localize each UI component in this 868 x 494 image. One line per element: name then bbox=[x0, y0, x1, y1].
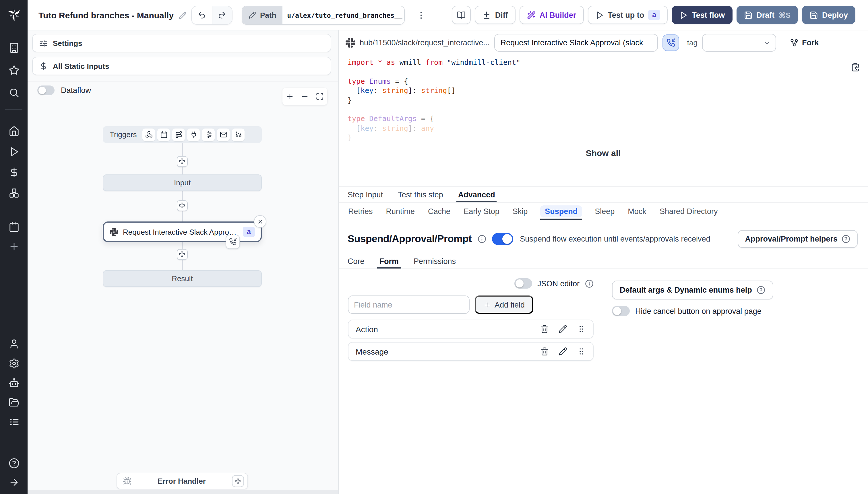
tab-form[interactable]: Form bbox=[380, 253, 399, 268]
sliders-icon bbox=[39, 39, 48, 48]
rail-item-robot[interactable] bbox=[0, 377, 27, 388]
error-handler-node[interactable]: Error Handler bbox=[116, 473, 248, 489]
tab-permissions[interactable]: Permissions bbox=[413, 253, 456, 268]
rail-item-play[interactable] bbox=[0, 146, 27, 157]
field-name-input[interactable] bbox=[348, 296, 469, 314]
star-icon bbox=[8, 64, 19, 75]
tab-core[interactable]: Core bbox=[348, 253, 365, 268]
dataflow-toggle[interactable] bbox=[37, 86, 55, 95]
kebab-icon bbox=[416, 10, 426, 20]
tab-suspend[interactable]: Suspend bbox=[540, 205, 582, 217]
trigger-websocket[interactable] bbox=[187, 128, 200, 141]
rail-item-calendar[interactable] bbox=[0, 221, 27, 232]
draft-button[interactable]: Draft⌘S bbox=[736, 6, 798, 24]
edit-field-button[interactable] bbox=[558, 325, 567, 334]
undo-button[interactable] bbox=[192, 6, 211, 24]
result-node[interactable]: Result bbox=[103, 270, 262, 287]
delete-field-button[interactable] bbox=[540, 347, 549, 356]
info-icon bbox=[585, 279, 593, 288]
tab-runtime[interactable]: Runtime bbox=[386, 205, 415, 217]
rail-item-home[interactable] bbox=[0, 125, 27, 136]
trigger-poll[interactable] bbox=[232, 128, 244, 141]
show-all-button[interactable]: Show all bbox=[338, 144, 868, 161]
rail-item-search[interactable] bbox=[0, 87, 27, 98]
tab-skip[interactable]: Skip bbox=[512, 205, 529, 217]
drag-field-handle[interactable] bbox=[577, 325, 585, 334]
hide-cancel-row: Hide cancel button on approval page bbox=[612, 306, 761, 316]
poll-icon bbox=[235, 131, 242, 138]
docs-button[interactable] bbox=[452, 6, 471, 24]
flow-settings-row[interactable]: Settings bbox=[32, 34, 331, 52]
delete-step-button[interactable] bbox=[254, 215, 266, 228]
drag-field-handle[interactable] bbox=[577, 347, 585, 356]
add-field-button[interactable]: Add field bbox=[475, 296, 533, 314]
default-args-help-button[interactable]: Default args & Dynamic enums help bbox=[612, 281, 773, 300]
rail-item-dollar[interactable] bbox=[0, 166, 27, 178]
static-inputs-row[interactable]: All Static Inputs bbox=[32, 57, 331, 75]
insert-step-button[interactable] bbox=[177, 249, 187, 260]
copy-code-button[interactable] bbox=[851, 62, 860, 72]
code-editor[interactable]: import * as wmill from "windmill-client"… bbox=[348, 58, 845, 142]
rail-item-folder[interactable] bbox=[0, 397, 27, 408]
rail-item-star[interactable] bbox=[0, 64, 27, 76]
horizontal-scrollbar[interactable] bbox=[27, 490, 338, 494]
trigger-kafka[interactable] bbox=[202, 128, 215, 141]
step-summary-input[interactable] bbox=[494, 34, 658, 51]
delete-field-button[interactable] bbox=[540, 325, 549, 334]
form-fields-list: ActionMessage bbox=[348, 320, 593, 364]
rail-item-user[interactable] bbox=[0, 338, 27, 349]
edit-title-icon[interactable] bbox=[178, 11, 186, 19]
tab-sleep[interactable]: Sleep bbox=[594, 205, 615, 217]
insert-step-button[interactable] bbox=[177, 200, 187, 211]
rail-item-gear[interactable] bbox=[0, 358, 27, 369]
deploy-button[interactable]: Deploy bbox=[802, 6, 855, 24]
fit-view-button[interactable] bbox=[313, 88, 326, 105]
path-value[interactable]: u/alex/tuto_refund_branches__ bbox=[282, 6, 404, 24]
ai-builder-button[interactable]: AI Builder bbox=[519, 6, 584, 24]
tab-cache[interactable]: Cache bbox=[427, 205, 451, 217]
test-flow-button[interactable]: Test flow bbox=[672, 6, 732, 24]
rail-item-plus[interactable] bbox=[0, 241, 27, 252]
tab-advanced[interactable]: Advanced bbox=[458, 187, 495, 202]
suspend-phone-button[interactable] bbox=[663, 34, 679, 51]
fork-button[interactable]: Fork bbox=[790, 38, 819, 47]
approval-step-node[interactable]: Request Interactive Slack Approval (... … bbox=[103, 222, 262, 242]
suspend-toggle[interactable] bbox=[492, 233, 513, 245]
tab-retries[interactable]: Retries bbox=[348, 205, 373, 217]
trigger-webhook[interactable] bbox=[142, 128, 155, 141]
play-icon bbox=[8, 146, 19, 157]
edit-field-button[interactable] bbox=[558, 347, 567, 356]
hide-cancel-toggle[interactable] bbox=[612, 306, 629, 316]
json-editor-toggle[interactable] bbox=[514, 278, 532, 289]
diff-button[interactable]: Diff bbox=[475, 6, 516, 24]
rail-item-arrow-right[interactable] bbox=[0, 476, 27, 488]
path-edit-button[interactable]: Path bbox=[242, 6, 282, 24]
tag-select[interactable] bbox=[702, 34, 776, 51]
tab-step-input[interactable]: Step Input bbox=[348, 187, 383, 202]
rail-item-help[interactable] bbox=[0, 457, 27, 469]
trigger-email[interactable] bbox=[217, 128, 229, 141]
trigger-route[interactable] bbox=[172, 128, 185, 141]
list-icon bbox=[8, 416, 19, 427]
rail-item-building[interactable] bbox=[0, 42, 27, 53]
test-up-to-button[interactable]: Test up toa bbox=[588, 6, 668, 24]
tab-early-stop[interactable]: Early Stop bbox=[463, 205, 500, 217]
add-error-handler-button[interactable] bbox=[232, 475, 244, 487]
field-label: Action bbox=[356, 324, 530, 334]
trigger-schedule[interactable] bbox=[157, 128, 170, 141]
more-menu-button[interactable] bbox=[413, 6, 428, 24]
triggers-node[interactable]: Triggers bbox=[103, 126, 262, 143]
approval-prompt-helpers-button[interactable]: Approval/Prompt helpers bbox=[737, 230, 858, 248]
windmill-logo[interactable] bbox=[0, 0, 27, 27]
rail-item-resources[interactable] bbox=[0, 187, 27, 198]
pencil-icon bbox=[558, 325, 567, 334]
input-node[interactable]: Input bbox=[103, 174, 262, 191]
redo-button[interactable] bbox=[211, 6, 232, 24]
zoom-in-button[interactable] bbox=[283, 88, 296, 105]
rail-item-list[interactable] bbox=[0, 416, 27, 428]
tab-test-this-step[interactable]: Test this step bbox=[398, 187, 443, 202]
tab-mock[interactable]: Mock bbox=[627, 205, 647, 217]
insert-step-button[interactable] bbox=[177, 156, 187, 167]
tab-shared-directory[interactable]: Shared Directory bbox=[659, 205, 718, 217]
zoom-out-button[interactable] bbox=[298, 88, 311, 105]
